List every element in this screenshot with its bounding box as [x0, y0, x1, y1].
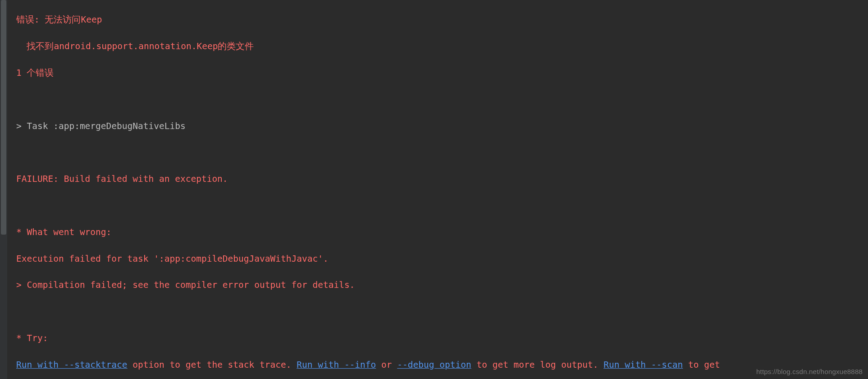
console-text: to get: [683, 360, 720, 370]
stacktrace-link[interactable]: Run with --stacktrace: [16, 360, 128, 370]
console-line: > Task :app:mergeDebugNativeLibs: [16, 120, 864, 133]
console-line-error: * Try:: [16, 332, 864, 345]
console-line-mixed: Run with --stacktrace option to get the …: [16, 358, 864, 371]
console-line-error: Execution failed for task ':app:compileD…: [16, 252, 864, 265]
console-text: option to get the stack trace.: [128, 360, 297, 370]
debug-link[interactable]: --debug option: [397, 360, 471, 370]
watermark-text: https://blog.csdn.net/hongxue8888: [756, 368, 863, 375]
blank-line: [16, 305, 864, 318]
console-line-error: 1 个错误: [16, 66, 864, 79]
console-line-error: > Compilation failed; see the compiler e…: [16, 278, 864, 291]
console-line-error: 找不到android.support.annotation.Keep的类文件: [16, 40, 864, 53]
blank-line: [16, 146, 864, 159]
blank-line: [16, 199, 864, 212]
console-line-error: FAILURE: Build failed with an exception.: [16, 172, 864, 185]
blank-line: [16, 93, 864, 106]
console-text: to get more log output.: [471, 360, 604, 370]
build-output-console: 错误: 无法访问Keep 找不到android.support.annotati…: [16, 0, 864, 379]
console-line-error: * What went wrong:: [16, 226, 864, 239]
scrollbar-track[interactable]: [0, 0, 7, 379]
scan-link[interactable]: Run with --scan: [603, 360, 683, 370]
scrollbar-thumb[interactable]: [1, 0, 6, 235]
info-link[interactable]: Run with --info: [297, 360, 376, 370]
console-text: or: [376, 360, 397, 370]
console-line-error: 错误: 无法访问Keep: [16, 13, 864, 26]
